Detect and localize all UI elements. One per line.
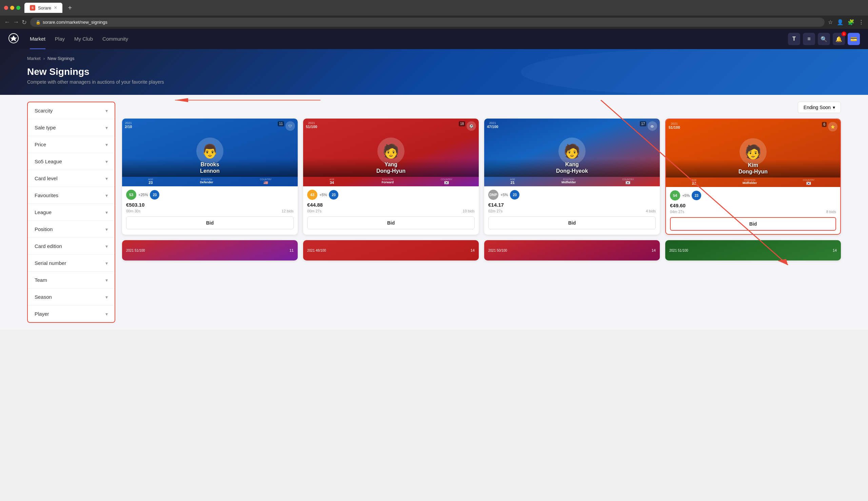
card-info: 54 +5% 23 €49.60 04m 27s 8 bids Bid [666, 187, 840, 234]
bid-button[interactable]: Bid [488, 216, 656, 229]
filter-price-chevron: ▾ [105, 142, 108, 147]
filters-panel: Scarcity ▾ Sale type ▾ Price ▾ So5 Leagu… [27, 102, 115, 323]
wallet-button[interactable]: 💳 [848, 33, 860, 45]
filter-position[interactable]: Position ▾ [28, 221, 115, 238]
minimize-dot[interactable] [10, 6, 14, 10]
card-number-badge: 17 [640, 121, 646, 126]
filter-league[interactable]: League ▾ [28, 204, 115, 221]
player-name-overlay: BrooksLennon [122, 159, 298, 177]
sorare-logo[interactable] [8, 33, 19, 45]
filter-position-label: Position [34, 226, 53, 232]
menu-icon[interactable]: ⋮ [858, 19, 864, 25]
filter-scarcity[interactable]: Scarcity ▾ [28, 102, 115, 119]
back-icon[interactable]: ← [4, 19, 10, 26]
score-badge: 43 [307, 190, 317, 200]
cards-grid-row2: 2021 51/100 11 2021 48/100 14 2021 50/10… [122, 240, 841, 260]
filter-team-label: Team [34, 277, 47, 283]
navbar-links: Market Play My Club Community [30, 29, 777, 49]
filter-so5-league-chevron: ▾ [105, 159, 108, 164]
filter-card-level-label: Card level [34, 175, 57, 181]
bid-button-highlighted[interactable]: Bid [670, 217, 836, 231]
card-info: 53 +25% 23 €503.10 00m 30s 12 bids Bid [122, 186, 298, 233]
cards-area: Ending Soon ▾ 2021 2/10 11 🛡 👨 [122, 102, 841, 323]
notification-button[interactable]: 🔔 1 [833, 33, 845, 45]
filter-position-chevron: ▾ [105, 227, 108, 232]
player-card: 2021 2/10 11 🛡 👨 BrooksLennon AGE 2 [122, 119, 298, 235]
card-image: 2021 47/100 17 🏟 🧑 KangDong-Hyeok AGE [484, 119, 660, 186]
card-serial-badge: 2021 51/100 [669, 122, 680, 129]
xp-badge: 23 [150, 190, 159, 200]
sort-dropdown[interactable]: Ending Soon ▾ [798, 102, 841, 113]
close-dot[interactable] [4, 6, 8, 10]
nav-play[interactable]: Play [55, 29, 65, 49]
card-time: 02m 27s [488, 209, 502, 213]
player-name-overlay: KimDong-Hyun [666, 159, 840, 178]
card-image: 2021 51/100 6 ⭐ 🧑 KimDong-Hyun AGE 2 [666, 119, 840, 187]
browser-tab[interactable]: S Sorare × [24, 3, 62, 13]
score-badge: 54 [670, 190, 680, 201]
filter-price[interactable]: Price ▾ [28, 136, 115, 153]
filter-sale-type[interactable]: Sale type ▾ [28, 119, 115, 136]
card-bids: 4 bids [646, 209, 656, 213]
filter-player[interactable]: Player ▾ [28, 306, 115, 322]
score-badge: DNP [488, 190, 499, 200]
player-attrs-bar: AGE 23 POSITION Midfielder COUNTRY 🇰🇷 [666, 179, 840, 185]
card-number-badge: 11 [278, 121, 284, 126]
nav-community[interactable]: Community [102, 29, 128, 49]
menu-list-button[interactable]: ≡ [803, 33, 815, 45]
bid-button[interactable]: Bid [307, 216, 475, 229]
reload-icon[interactable]: ↻ [22, 19, 27, 26]
filter-card-level[interactable]: Card level ▾ [28, 170, 115, 187]
nav-my-club[interactable]: My Club [74, 29, 93, 49]
filter-serial-number[interactable]: Serial number ▾ [28, 255, 115, 272]
card-meta-row: 00m 30s 12 bids [126, 209, 294, 213]
player-card: 2021 50/100 14 [484, 240, 660, 260]
tab-title: Sorare [38, 6, 51, 11]
card-club-badge: ⭐ [828, 122, 837, 131]
filter-team[interactable]: Team ▾ [28, 272, 115, 289]
player-attrs-bar: AGE 21 POSITION Midfielder COUNTRY 🇰🇷 [484, 178, 660, 185]
score-change: +5% [320, 193, 327, 197]
player-attrs-bar: AGE 23 POSITION Defender COUNTRY 🇺🇸 [122, 178, 298, 185]
card-time: 04m 27s [670, 210, 684, 214]
filter-serial-number-label: Serial number [34, 260, 66, 266]
bookmark-icon[interactable]: ☆ [828, 19, 833, 25]
player-attrs-bar: AGE 34 POSITION Forward COUNTRY 🇰🇷 [303, 178, 479, 185]
filter-favourites[interactable]: Favourites ▾ [28, 187, 115, 204]
tab-close-icon[interactable]: × [54, 5, 57, 11]
nav-market[interactable]: Market [30, 29, 45, 49]
filter-season[interactable]: Season ▾ [28, 289, 115, 306]
filter-so5-league[interactable]: So5 League ▾ [28, 153, 115, 170]
breadcrumb-market[interactable]: Market [27, 56, 41, 61]
bid-button[interactable]: Bid [126, 216, 294, 229]
search-button[interactable]: 🔍 [818, 33, 830, 45]
navbar: Market Play My Club Community T ≡ 🔍 🔔 1 … [0, 29, 868, 49]
breadcrumb-current: New Signings [48, 56, 75, 61]
player-card: 2021 48/100 14 [303, 240, 479, 260]
score-change: +5% [501, 193, 508, 197]
card-image: 2021 51/100 18 ⚽ 🧑 YangDong-Hyun AGE [303, 119, 479, 186]
card-club-badge: ⚽ [467, 121, 476, 131]
card-time: 00m 27s [307, 209, 322, 213]
hero-bg-decoration [521, 49, 868, 95]
score-change: +5% [682, 193, 690, 198]
card-meta-row: 02m 27s 4 bids [488, 209, 656, 213]
user-initial-button[interactable]: T [788, 33, 800, 45]
url-bar[interactable]: 🔒 sorare.com/market/new_signings [30, 18, 825, 27]
filter-player-chevron: ▾ [105, 311, 108, 317]
card-time: 00m 30s [126, 209, 140, 213]
filter-card-edition[interactable]: Card edition ▾ [28, 238, 115, 255]
new-tab-icon[interactable]: + [68, 4, 72, 12]
navbar-actions: T ≡ 🔍 🔔 1 💳 [788, 33, 860, 45]
card-info: DNP +5% 23 €14.17 02m 27s 4 bids Bid [484, 186, 660, 233]
filter-scarcity-label: Scarcity [34, 108, 53, 114]
profile-icon[interactable]: 👤 [837, 19, 844, 25]
extensions-icon[interactable]: 🧩 [848, 19, 855, 25]
xp-badge: 23 [329, 190, 338, 200]
filter-league-label: League [34, 209, 52, 215]
card-serial-badge: 2021 51/100 [306, 121, 317, 129]
forward-icon[interactable]: → [13, 19, 19, 26]
maximize-dot[interactable] [16, 6, 20, 10]
tab-favicon: S [30, 5, 35, 11]
filter-sale-type-chevron: ▾ [105, 125, 108, 130]
